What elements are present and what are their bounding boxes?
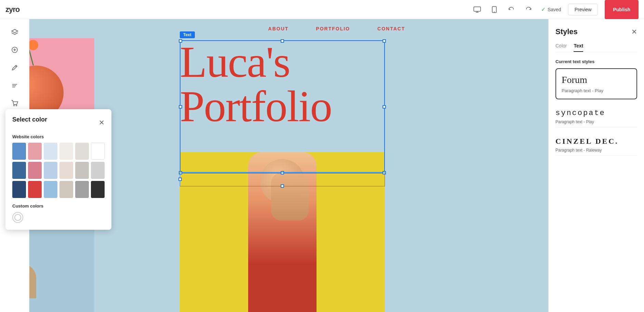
sidebar-cart-button[interactable]	[7, 96, 22, 111]
tab-color[interactable]: Color	[555, 43, 567, 52]
sidebar-layers-button[interactable]	[7, 25, 22, 40]
saved-check-icon: ✓	[541, 6, 546, 13]
topbar-left: zyro	[5, 5, 19, 14]
saved-indicator: ✓ Saved	[541, 6, 561, 13]
handle-top-mid[interactable]	[281, 39, 284, 43]
font-card-forum[interactable]: Forum Paragraph text - Play	[555, 68, 637, 99]
tab-text[interactable]: Text	[574, 43, 583, 52]
color-swatch-17[interactable]	[75, 181, 89, 198]
topbar-center: ✓ Saved Preview Publish	[471, 0, 639, 19]
color-popup-close-button[interactable]: ✕	[99, 118, 105, 127]
layers-icon	[11, 29, 18, 36]
color-swatch-14[interactable]	[28, 181, 42, 198]
nav-portfolio[interactable]: PORTFOLIO	[316, 26, 350, 31]
svg-point-14	[16, 105, 17, 106]
undo-button[interactable]	[506, 4, 516, 15]
redo-icon	[525, 6, 532, 13]
font-option-syncopate[interactable]: syncopate Paragraph text - Play	[555, 106, 637, 127]
color-swatch-15[interactable]	[44, 181, 57, 198]
website-colors-label: Website colors	[12, 134, 105, 139]
color-swatch-10[interactable]	[59, 162, 73, 179]
cart-icon	[11, 100, 18, 107]
font-forum-name: Forum	[562, 74, 631, 85]
handle-mid-right[interactable]	[383, 105, 386, 109]
color-popup-header: Select color ✕	[12, 116, 105, 129]
color-picker-popup: Select color ✕ Website colors Custom col…	[5, 109, 111, 230]
font-syncopate-name: syncopate	[555, 109, 637, 117]
color-swatches-grid	[12, 143, 105, 198]
font-forum-para: Paragraph text - Play	[562, 88, 631, 93]
nav-contact[interactable]: CONTACT	[377, 26, 405, 31]
saved-label: Saved	[548, 7, 561, 12]
color-swatch-12[interactable]	[91, 162, 105, 179]
styles-panel-title: Styles	[555, 27, 578, 36]
color-swatch-3[interactable]	[44, 143, 57, 160]
svg-rect-0	[474, 7, 481, 11]
sidebar-edit-button[interactable]	[7, 78, 22, 93]
mobile-icon	[492, 6, 497, 13]
handle-bottom-box-mid-left[interactable]	[178, 178, 182, 181]
redo-button[interactable]	[523, 4, 534, 15]
color-swatch-1[interactable]	[12, 143, 26, 160]
mobile-view-button[interactable]	[490, 4, 499, 15]
bottom-selection-box[interactable]	[180, 172, 385, 186]
add-custom-color-button[interactable]	[12, 212, 23, 223]
add-icon	[11, 46, 18, 53]
svg-point-13	[13, 105, 14, 106]
color-swatch-8[interactable]	[28, 162, 42, 179]
circle-outline-icon	[14, 214, 22, 221]
styles-tabs: Color Text	[555, 43, 637, 52]
color-swatch-13[interactable]	[12, 181, 26, 198]
handle-top-right[interactable]	[383, 39, 386, 43]
edit-icon	[11, 82, 18, 89]
color-swatch-5[interactable]	[75, 143, 89, 160]
font-cinzel-name: CINZEL DEC.	[555, 137, 637, 146]
nav-about[interactable]: ABOUT	[268, 26, 289, 31]
topbar: zyro ✓	[0, 0, 644, 19]
styles-panel: Styles ✕ Color Text Current text styles …	[548, 19, 644, 312]
zyro-logo: zyro	[5, 5, 19, 14]
color-swatch-18[interactable]	[91, 181, 105, 198]
font-cinzel-para: Paragraph text - Raleway	[555, 148, 637, 153]
color-popup-title: Select color	[12, 116, 47, 123]
flower-head	[29, 40, 38, 50]
sidebar-add-button[interactable]	[7, 42, 22, 57]
svg-point-4	[494, 12, 495, 12]
publish-button[interactable]: Publish	[605, 0, 639, 19]
custom-colors-section: Custom colors	[12, 203, 105, 223]
custom-colors-label: Custom colors	[12, 203, 105, 209]
handle-bottom-box-bot-mid[interactable]	[281, 184, 284, 188]
font-syncopate-para: Paragraph text - Play	[555, 119, 637, 124]
sidebar-pen-button[interactable]	[7, 60, 22, 75]
handle-top-left[interactable]	[179, 39, 182, 43]
color-swatch-6[interactable]	[91, 143, 105, 160]
font-option-cinzel[interactable]: CINZEL DEC. Paragraph text - Raleway	[555, 134, 637, 156]
current-text-styles-label: Current text styles	[555, 59, 637, 64]
desktop-view-button[interactable]	[471, 4, 483, 15]
desktop-icon	[473, 6, 481, 13]
undo-icon	[508, 6, 514, 13]
svg-marker-5	[12, 29, 18, 33]
pen-icon	[11, 64, 18, 71]
color-swatch-4[interactable]	[59, 143, 73, 160]
preview-button[interactable]: Preview	[568, 4, 598, 15]
color-swatch-11[interactable]	[75, 162, 89, 179]
svg-line-9	[15, 66, 16, 67]
color-swatch-7[interactable]	[12, 162, 26, 179]
text-selection-box[interactable]: Text	[180, 40, 385, 173]
styles-panel-header: Styles ✕	[555, 27, 637, 36]
color-swatch-2[interactable]	[28, 143, 42, 160]
svg-point-18	[15, 214, 21, 221]
text-type-badge: Text	[180, 31, 195, 38]
styles-panel-close-button[interactable]: ✕	[631, 28, 637, 36]
hand-decoration	[29, 264, 36, 298]
color-swatch-9[interactable]	[44, 162, 57, 179]
handle-mid-left[interactable]	[179, 105, 182, 109]
color-swatch-16[interactable]	[59, 181, 73, 198]
